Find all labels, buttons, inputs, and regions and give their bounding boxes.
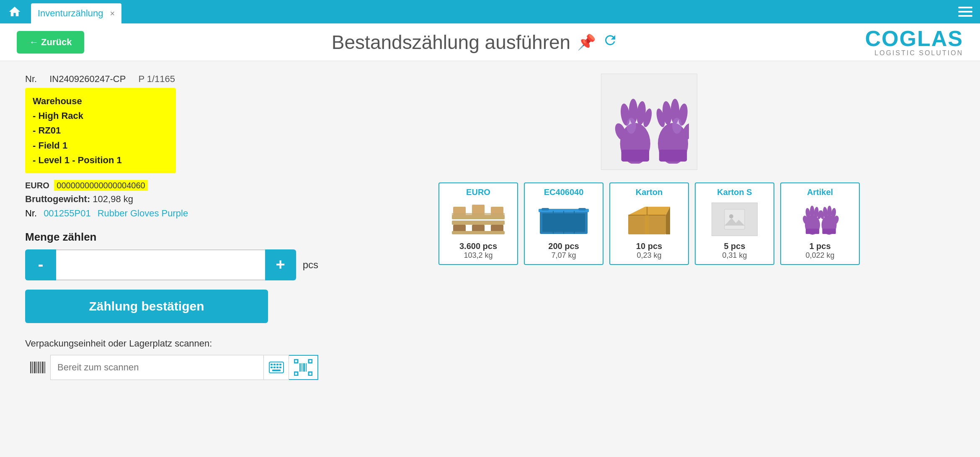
pack-card-artikel[interactable]: Artikel [780, 182, 860, 265]
euro-value: 0000000000000004060 [54, 180, 147, 191]
quantity-input[interactable] [56, 249, 265, 280]
item-number-label: Nr. [25, 74, 37, 85]
svg-rect-6 [42, 362, 44, 373]
pack-card-ec-image [536, 200, 591, 238]
pack-card-artikel-pcs: 1 pcs [809, 241, 830, 251]
pack-card-euro[interactable]: EURO [438, 182, 518, 265]
quantity-unit: pcs [303, 259, 318, 271]
svg-rect-43 [452, 221, 505, 225]
svg-rect-24 [303, 363, 305, 372]
svg-rect-21 [309, 372, 312, 375]
pack-card-ec-label: EC406040 [544, 187, 584, 197]
svg-rect-3 [36, 362, 37, 373]
pin-icon[interactable]: 📌 [577, 33, 596, 51]
euro-label: EURO [25, 181, 49, 190]
location-line-4: - Field 1 [33, 138, 168, 153]
svg-rect-55 [542, 208, 549, 211]
svg-rect-16 [279, 367, 281, 368]
tab-close-button[interactable]: × [110, 9, 115, 18]
svg-rect-13 [271, 367, 273, 368]
svg-rect-35 [659, 150, 687, 162]
page-title-text: Bestandszählung ausführen [332, 31, 570, 54]
pack-card-artikel-label: Artikel [807, 187, 833, 197]
item-meta: Nr. IN2409260247-CP P 1/1165 Warehouse -… [25, 74, 318, 219]
item-number: IN2409260247-CP [49, 74, 126, 85]
svg-rect-12 [279, 364, 281, 365]
pack-card-euro-image [451, 200, 505, 238]
svg-rect-18 [294, 359, 298, 363]
top-bar: Inventurzählung × [0, 0, 980, 23]
pack-card-karton[interactable]: Karton 10 [609, 182, 689, 265]
quantity-plus-button[interactable]: + [265, 249, 296, 280]
svg-rect-77 [822, 229, 836, 234]
pack-card-karton-s-image [707, 200, 762, 238]
product-name-row: Nr. 001255P01 Rubber Gloves Purple [25, 208, 318, 219]
camera-scan-icon-button[interactable] [289, 355, 318, 380]
main-content: Nr. IN2409260247-CP P 1/1165 Warehouse -… [0, 61, 980, 438]
confirm-button[interactable]: Zählung bestätigen [25, 290, 268, 323]
pack-card-euro-weight: 103,2 kg [464, 251, 493, 260]
svg-rect-20 [294, 372, 298, 375]
svg-rect-2 [34, 362, 36, 373]
svg-point-73 [810, 206, 815, 218]
pack-card-ec-weight: 7,07 kg [551, 251, 576, 260]
pack-card-artikel-image [793, 200, 847, 238]
keyboard-icon [269, 362, 284, 373]
menu-button[interactable] [951, 0, 980, 23]
svg-rect-15 [276, 367, 279, 368]
home-button[interactable] [0, 0, 29, 23]
svg-rect-27 [622, 150, 650, 162]
barcode-camera-icon [294, 359, 312, 376]
svg-rect-22 [299, 363, 301, 372]
hamburger-line-2 [958, 11, 972, 13]
scan-row [25, 355, 318, 380]
pack-card-ec406040[interactable]: EC406040 [524, 182, 603, 265]
svg-rect-0 [30, 362, 31, 373]
refresh-icon[interactable] [603, 33, 618, 51]
svg-marker-61 [628, 207, 670, 215]
location-line-2: - High Rack [33, 108, 168, 123]
item-page: P 1/1165 [138, 74, 175, 85]
artikel-gloves-mini-svg [801, 203, 839, 236]
product-number-link[interactable]: 001255P01 [44, 208, 91, 219]
svg-rect-23 [302, 363, 302, 372]
pack-card-karton-image [622, 200, 676, 238]
bluebox-svg [536, 203, 591, 236]
barcode-svg [29, 359, 46, 376]
svg-rect-4 [38, 362, 39, 373]
weight-label: Bruttogewicht: [25, 194, 90, 204]
pallet-svg [451, 203, 505, 236]
back-button[interactable]: ← Zurück [17, 31, 84, 54]
svg-point-67 [729, 214, 733, 218]
sub-header: ← Zurück Bestandszählung ausführen 📌 COG… [0, 23, 980, 61]
svg-rect-10 [273, 364, 276, 365]
product-name-link[interactable]: Rubber Gloves Purple [98, 208, 188, 219]
coglas-logo: COGLAS LOGISTIC SOLUTION [865, 28, 963, 57]
svg-rect-5 [40, 362, 41, 373]
product-gloves-image [609, 80, 689, 164]
karton-s-placeholder [712, 203, 758, 236]
keyboard-icon-button[interactable] [264, 355, 289, 380]
hamburger-line-3 [958, 15, 972, 17]
quantity-row: - + pcs [25, 249, 318, 280]
menge-label: Menge zählen [25, 231, 318, 244]
logo-text: COGLAS [865, 28, 963, 49]
location-line-5: - Level 1 - Position 1 [33, 153, 168, 167]
barcode-left-icon [25, 355, 50, 380]
svg-rect-1 [32, 362, 33, 373]
svg-rect-7 [44, 362, 45, 373]
tab-label: Inventurzählung [38, 8, 103, 19]
scan-input[interactable] [50, 355, 264, 380]
svg-point-33 [627, 118, 636, 134]
pack-card-karton-s[interactable]: Karton S 5 pcs 0,31 kg [695, 182, 774, 265]
quantity-minus-button[interactable]: - [25, 249, 56, 280]
right-panel: EURO [343, 74, 955, 425]
pack-card-karton-pcs: 10 pcs [636, 241, 662, 251]
pack-card-karton-weight: 0,23 kg [637, 251, 661, 260]
logo-sub: LOGISTIC SOLUTION [865, 49, 963, 57]
inventory-tab[interactable]: Inventurzählung × [31, 3, 121, 23]
pack-card-karton-s-weight: 0,31 kg [722, 251, 747, 260]
location-line-1: Warehouse [33, 94, 168, 108]
karton-svg [622, 203, 676, 236]
svg-point-80 [827, 206, 832, 218]
